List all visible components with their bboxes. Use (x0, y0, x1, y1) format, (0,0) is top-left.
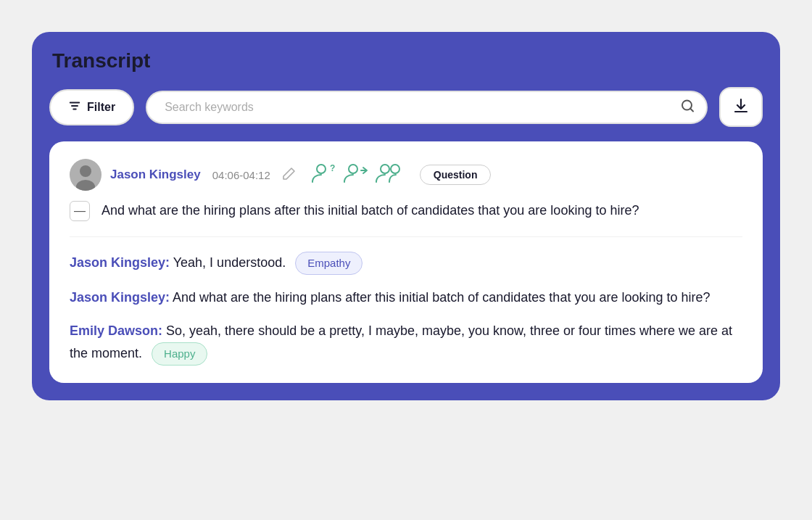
collapse-button[interactable]: — (70, 201, 90, 221)
transcript-line: Emily Dawson: So, yeah, there should be … (70, 320, 742, 366)
participant-arrow-icon (343, 162, 369, 188)
svg-point-8 (391, 165, 399, 173)
search-container (146, 91, 708, 124)
transcript-text-1: Yeah, I understood. (173, 255, 286, 270)
avatar (70, 159, 102, 191)
filter-icon (68, 99, 81, 115)
svg-point-4 (317, 165, 326, 173)
question-badge: Question (420, 165, 492, 185)
filter-button[interactable]: Filter (49, 89, 134, 125)
message-speaker-name: Jason Kingsley (110, 168, 201, 182)
tag-happy: Happy (152, 342, 207, 366)
search-button[interactable] (680, 98, 696, 116)
content-card: Jason Kingsley 04:06-04:12 (49, 141, 763, 383)
app-container: Transcript Filter (14, 15, 798, 520)
edit-icon[interactable] (282, 166, 297, 183)
filter-label: Filter (87, 101, 115, 114)
transcript-line: Jason Kingsley: And what are the hiring … (70, 286, 742, 309)
transcript-line: Jason Kingsley: Yeah, I understood. Empa… (70, 252, 742, 275)
transcript-speaker-2: Jason Kingsley: (70, 290, 170, 305)
svg-point-7 (381, 165, 389, 173)
message-timestamp: 04:06-04:12 (212, 169, 270, 181)
participant-icons: ? (311, 162, 405, 188)
participant-question-icon: ? (311, 162, 337, 188)
search-icon (680, 98, 696, 116)
toolbar: Filter (49, 87, 763, 127)
tag-empathy: Empathy (295, 252, 362, 275)
svg-point-2 (80, 165, 91, 177)
message-body: — And what are the hiring plans after th… (70, 199, 742, 222)
page-title: Transcript (49, 49, 763, 73)
download-button[interactable] (719, 87, 763, 127)
search-input[interactable] (146, 91, 708, 124)
transcript-speaker-1: Jason Kingsley: (70, 255, 170, 270)
collapse-icon: — (74, 205, 86, 218)
transcript-lines: Jason Kingsley: Yeah, I understood. Empa… (70, 252, 742, 366)
transcript-text-2: And what are the hiring plans after this… (173, 290, 710, 305)
message-header: Jason Kingsley 04:06-04:12 (70, 159, 742, 191)
svg-text:?: ? (330, 163, 335, 173)
message-text: And what are the hiring plans after this… (102, 199, 742, 222)
message-block: Jason Kingsley 04:06-04:12 (70, 159, 742, 237)
transcript-speaker-3: Emily Dawson: (70, 323, 162, 338)
transcript-panel: Transcript Filter (32, 32, 780, 400)
svg-point-6 (349, 165, 357, 173)
participant-group-icon (375, 162, 405, 188)
download-icon (732, 97, 750, 117)
